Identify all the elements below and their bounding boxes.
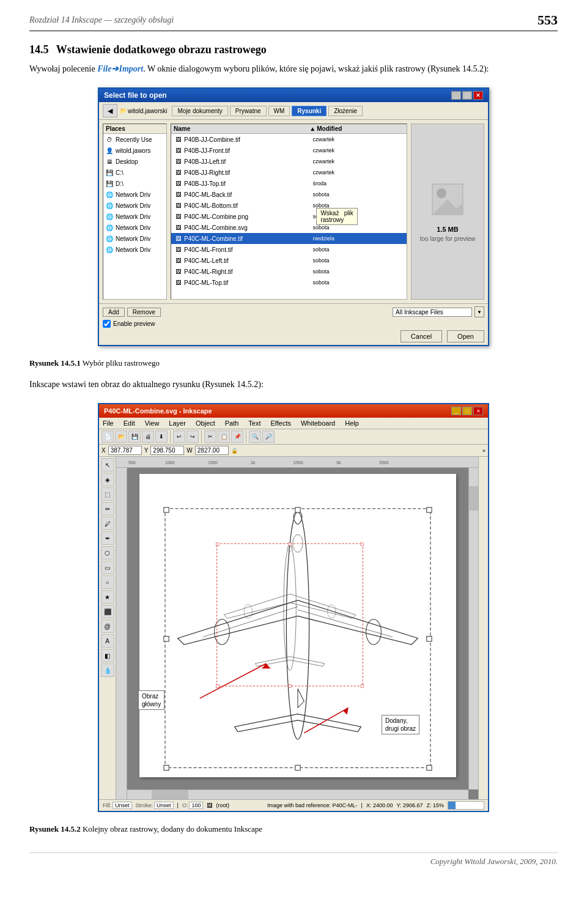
file-row[interactable]: 🖼P40B-JJ-Combine.tifczwartek bbox=[171, 134, 407, 145]
file-row[interactable]: 🖼P40B-JJ-Left.tifczwartek bbox=[171, 156, 407, 167]
copy-btn[interactable]: 📋 bbox=[218, 431, 230, 443]
redo-btn[interactable]: ↪ bbox=[186, 431, 199, 443]
file-row[interactable]: 🖼P40B-JJ-Top.tifśroda bbox=[171, 178, 407, 189]
zoom-in-btn[interactable]: 🔍 bbox=[249, 431, 261, 443]
text-tool[interactable]: A bbox=[101, 634, 114, 648]
file-row[interactable]: 🖼P40C-ML-Combine.pngsobota Wskaż plikras… bbox=[171, 211, 407, 222]
file-row[interactable]: 🖼P40C-ML-Right.tifsobota bbox=[171, 266, 407, 277]
file-row[interactable]: 🖼P40C-ML-Back.tifsobota bbox=[171, 189, 407, 200]
menu-file[interactable]: File bbox=[102, 419, 115, 427]
inkscape-minimize-btn[interactable]: _ bbox=[451, 407, 461, 415]
inkscape-close-btn[interactable]: ✕ bbox=[473, 407, 483, 415]
open-btn[interactable]: 📂 bbox=[115, 431, 127, 443]
svg-rect-22 bbox=[295, 765, 300, 770]
file-row[interactable]: 🖼P40C-ML-Bottom.tifsobota bbox=[171, 200, 407, 211]
menu-edit[interactable]: Edit bbox=[122, 419, 136, 427]
tab-moje-dokumenty[interactable]: Moje dokumenty bbox=[172, 106, 227, 116]
w-field[interactable] bbox=[195, 446, 229, 455]
modified-column-header: Modified bbox=[314, 124, 407, 133]
save-btn[interactable]: 💾 bbox=[128, 431, 141, 443]
shape-tool[interactable]: ⬡ bbox=[101, 546, 114, 560]
3d-box-tool[interactable]: ⬛ bbox=[101, 605, 114, 618]
maximize-button[interactable]: □ bbox=[462, 91, 472, 100]
minimize-button[interactable]: _ bbox=[451, 91, 461, 100]
file-import-link[interactable]: File➔Import bbox=[97, 64, 143, 73]
tif-icon: 🖼 bbox=[174, 278, 182, 287]
inkscape-maximize-btn[interactable]: □ bbox=[462, 407, 472, 415]
places-item-witold[interactable]: 👤 witold.jawors bbox=[103, 145, 166, 156]
rect-tool[interactable]: ▭ bbox=[101, 561, 114, 574]
file-row-selected[interactable]: 🖼P40C-ML-Combine.tifniedziela bbox=[171, 233, 407, 244]
scrollbar-vertical[interactable] bbox=[468, 468, 478, 789]
places-item-c[interactable]: 💾 C:\ bbox=[103, 167, 166, 178]
files-list[interactable]: Name ▲ Modified 🖼P40B-JJ-Combine.tifczwa… bbox=[171, 124, 407, 300]
places-item-net1[interactable]: 🌐 Network Driv bbox=[103, 189, 166, 200]
zoom-out-btn[interactable]: 🔎 bbox=[262, 431, 275, 443]
menu-text[interactable]: Text bbox=[247, 419, 262, 427]
menu-layer[interactable]: Layer bbox=[168, 419, 187, 427]
dialog-titlebar: Select file to open _ □ ✕ bbox=[99, 89, 488, 102]
canvas-area[interactable]: 500 1000 1500 2k 2500 3k 3500 bbox=[116, 457, 478, 799]
circle-tool[interactable]: ○ bbox=[101, 575, 114, 589]
gradient-tool[interactable]: ◧ bbox=[101, 649, 114, 662]
scrollbar-horizontal[interactable] bbox=[127, 789, 468, 799]
file-row[interactable]: 🖼P40B-JJ-Front.tifczwartek bbox=[171, 145, 407, 156]
close-button[interactable]: ✕ bbox=[473, 91, 483, 100]
opacity-value: 100 bbox=[189, 802, 203, 809]
dropper-tool[interactable]: 💧 bbox=[101, 663, 114, 677]
file-row[interactable]: 🖼P40C-ML-Combine.svgsobota bbox=[171, 222, 407, 233]
places-item-d[interactable]: 💾 D:\ bbox=[103, 178, 166, 189]
file-row[interactable]: 🖼P40B-JJ-Right.tifczwartek bbox=[171, 167, 407, 178]
file-type-filter[interactable]: All Inkscape Files bbox=[393, 308, 472, 317]
file-row[interactable]: 🖼P40C-ML-Top.tifsobota bbox=[171, 277, 407, 288]
undo-btn[interactable]: ↩ bbox=[173, 431, 185, 443]
places-item-recently[interactable]: ⏱ Recently Use bbox=[103, 134, 166, 145]
tab-prywatne[interactable]: Prywatne bbox=[230, 106, 267, 116]
scrollbar-thumb-h[interactable] bbox=[152, 790, 188, 799]
scrollbar-thumb-v[interactable] bbox=[469, 486, 478, 511]
menu-path[interactable]: Path bbox=[224, 419, 240, 427]
zoom-bar[interactable] bbox=[448, 801, 484, 810]
tab-zlozenie[interactable]: Złożenie bbox=[328, 106, 363, 116]
back-button[interactable]: ◀ bbox=[103, 104, 117, 117]
paste-btn[interactable]: 📌 bbox=[231, 431, 243, 443]
places-item-net3[interactable]: 🌐 Network Driv bbox=[103, 211, 166, 222]
places-item-net6[interactable]: 🌐 Network Driv bbox=[103, 244, 166, 255]
star-tool[interactable]: ★ bbox=[101, 590, 114, 604]
select-file-dialog[interactable]: Select file to open _ □ ✕ ◀ 📁 witold.jaw… bbox=[98, 87, 489, 346]
menu-effects[interactable]: Effects bbox=[270, 419, 292, 427]
menu-whiteboard[interactable]: Whiteboard bbox=[300, 419, 336, 427]
file-row[interactable]: 🖼P40C-ML-Front.tifsobota bbox=[171, 244, 407, 255]
calligraphy-tool[interactable]: ✒ bbox=[101, 531, 114, 545]
sort-arrow[interactable]: ▲ bbox=[307, 124, 314, 133]
new-btn[interactable]: 📄 bbox=[102, 431, 114, 443]
zoom-tool[interactable]: ⬚ bbox=[101, 487, 114, 501]
filter-dropdown-arrow[interactable]: ▼ bbox=[474, 306, 484, 317]
import-btn[interactable]: ⬇ bbox=[155, 431, 168, 443]
select-tool[interactable]: ↖ bbox=[101, 458, 114, 471]
tab-rysunki[interactable]: Rysunki bbox=[292, 106, 327, 116]
menu-object[interactable]: Object bbox=[194, 419, 216, 427]
cut-btn[interactable]: ✂ bbox=[204, 431, 216, 443]
open-button[interactable]: Open bbox=[447, 330, 484, 342]
file-row[interactable]: 🖼P40C-ML-Left.tifsobota bbox=[171, 255, 407, 266]
pen-tool[interactable]: 🖊 bbox=[101, 517, 114, 530]
cancel-button[interactable]: Cancel bbox=[401, 330, 442, 342]
spiral-tool[interactable]: @ bbox=[101, 619, 114, 633]
inkscape-window[interactable]: P40C-ML-Combine.svg - Inkscape _ □ ✕ Fil… bbox=[98, 403, 489, 812]
pencil-tool[interactable]: ✏ bbox=[101, 502, 114, 516]
node-tool[interactable]: ◈ bbox=[101, 473, 114, 486]
print-btn[interactable]: 🖨 bbox=[142, 431, 154, 443]
tab-wm[interactable]: WM bbox=[268, 106, 290, 116]
places-item-desktop[interactable]: 🖥 Desktop bbox=[103, 156, 166, 167]
menu-view[interactable]: View bbox=[144, 419, 161, 427]
add-button[interactable]: Add bbox=[103, 308, 125, 317]
places-item-net2[interactable]: 🌐 Network Driv bbox=[103, 200, 166, 211]
menu-help[interactable]: Help bbox=[344, 419, 360, 427]
places-item-net5[interactable]: 🌐 Network Driv bbox=[103, 233, 166, 244]
enable-preview-checkbox[interactable] bbox=[103, 320, 111, 328]
places-item-net4[interactable]: 🌐 Network Driv bbox=[103, 222, 166, 233]
remove-button[interactable]: Remove bbox=[127, 308, 161, 317]
y-field[interactable] bbox=[150, 446, 184, 455]
x-field[interactable] bbox=[108, 446, 142, 455]
